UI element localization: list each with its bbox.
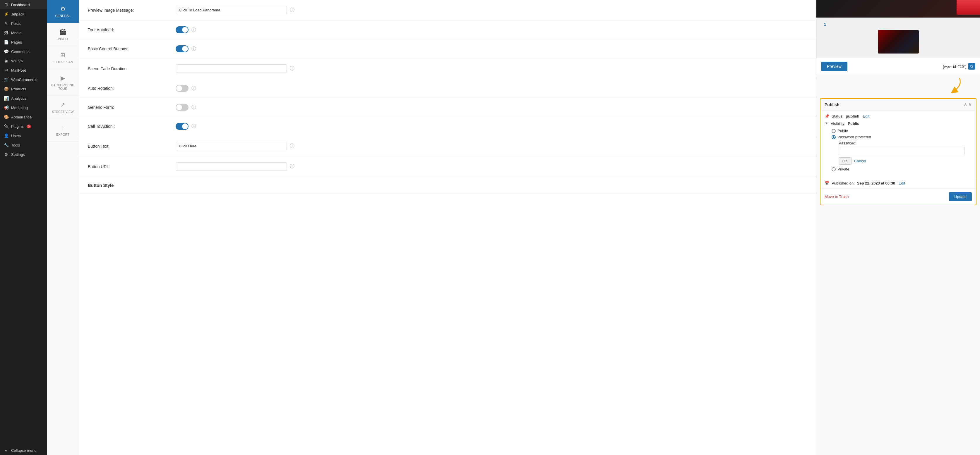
toggle-basic_control_buttons[interactable] xyxy=(176,45,189,52)
toggle-call_to_action[interactable] xyxy=(176,123,189,130)
publish-box: Publish ∧ ∨ 📌 Status: publish Edit 👁 Vis… xyxy=(820,98,977,205)
info-icon-generic_form[interactable]: ⓘ xyxy=(191,105,196,111)
status-edit-link[interactable]: Edit xyxy=(863,114,869,119)
radio-private xyxy=(832,167,836,171)
option-public[interactable]: Public xyxy=(832,128,972,133)
toggle-tour_autoload[interactable] xyxy=(176,26,189,33)
copy-shortcode-button[interactable]: ⧉ xyxy=(968,63,975,70)
sidebar-item-settings[interactable]: ⚙ Settings xyxy=(0,150,47,159)
sidebar-item-posts[interactable]: ✎ Posts xyxy=(0,19,47,28)
sub-tab-video[interactable]: 🎬 VIDEO xyxy=(47,23,79,46)
sidebar: ⊞ Dashboard ⚡ Jetpack ✎ Posts 🖼 Media 📄 … xyxy=(0,0,47,455)
video-tab-icon: 🎬 xyxy=(59,29,67,35)
field-label-preview_image_message: Preview Image Message: xyxy=(88,8,176,13)
publish-collapse-down-icon[interactable]: ∨ xyxy=(968,102,972,107)
input-button_text[interactable] xyxy=(176,142,287,150)
wp-vr-icon: ◉ xyxy=(3,59,9,63)
control-area-auto_rotation: ⓘ xyxy=(176,85,807,92)
ok-button[interactable]: OK xyxy=(838,157,852,165)
publish-footer: Move to Trash Update xyxy=(821,188,976,205)
sub-tab-background_tour[interactable]: ▶ BACKGROUND TOUR xyxy=(47,69,79,96)
sidebar-item-plugins[interactable]: 🔌 Plugins 5 xyxy=(0,122,47,131)
toggle-auto_rotation[interactable] xyxy=(176,85,189,92)
option-private[interactable]: Private xyxy=(832,167,972,171)
move-to-trash-link[interactable]: Move to Trash xyxy=(824,195,849,199)
sidebar-item-woocommerce[interactable]: 🛒 WooCommerce xyxy=(0,75,47,84)
info-icon-tour_autoload[interactable]: ⓘ xyxy=(191,27,196,33)
sidebar-item-products[interactable]: 📦 Products xyxy=(0,84,47,94)
sidebar-item-users[interactable]: 👤 Users xyxy=(0,131,47,140)
info-icon-button_text[interactable]: ⓘ xyxy=(290,143,294,149)
status-value: publish xyxy=(846,114,859,119)
form-section-tour_autoload: Tour Autoload: ⓘ xyxy=(79,21,816,40)
sidebar-label-jetpack: Jetpack xyxy=(11,12,24,16)
option-public-label: Public xyxy=(837,128,848,133)
appearance-icon: 🎨 xyxy=(3,115,9,119)
sub-tab-floor_plan[interactable]: ⊞ FLOOR PLAN xyxy=(47,46,79,69)
info-icon-call_to_action[interactable]: ⓘ xyxy=(191,124,196,130)
form-section-generic_form: Generic Form: ⓘ xyxy=(79,98,816,117)
publish-header-actions: ∧ ∨ xyxy=(964,102,972,107)
sidebar-item-appearance[interactable]: 🎨 Appearance xyxy=(0,112,47,122)
sidebar-item-dashboard[interactable]: ⊞ Dashboard xyxy=(0,0,47,10)
comments-icon: 💬 xyxy=(3,49,9,54)
dashboard-icon: ⊞ xyxy=(3,2,9,7)
badge-plugins: 5 xyxy=(27,125,31,128)
control-area-basic_control_buttons: ⓘ xyxy=(176,45,807,52)
sidebar-item-comments[interactable]: 💬 Comments xyxy=(0,47,47,56)
sidebar-item-marketing[interactable]: 📢 Marketing xyxy=(0,103,47,112)
sidebar-item-tools[interactable]: 🔧 Tools xyxy=(0,140,47,150)
field-label-button_url: Button URL: xyxy=(88,164,176,169)
collapse-icon: « xyxy=(3,448,9,453)
sidebar-item-wp-vr[interactable]: ◉ WP VR xyxy=(0,56,47,65)
sidebar-item-pages[interactable]: 📄 Pages xyxy=(0,37,47,47)
toggle-track-tour_autoload xyxy=(176,26,189,33)
option-password-protected[interactable]: Password protected xyxy=(832,135,972,139)
preview-button[interactable]: Preview xyxy=(821,62,847,71)
info-icon-auto_rotation[interactable]: ⓘ xyxy=(191,86,196,92)
form-section-button_style: Button Style xyxy=(79,177,816,194)
status-label: Status: xyxy=(832,114,843,119)
info-icon-basic_control_buttons[interactable]: ⓘ xyxy=(191,46,196,52)
pages-icon: 📄 xyxy=(3,40,9,44)
toggle-generic_form[interactable] xyxy=(176,104,189,111)
sidebar-item-mailpoet[interactable]: ✉ MailPoet xyxy=(0,65,47,75)
visibility-icon: 👁 xyxy=(824,121,828,126)
info-icon-scene_fade_duration[interactable]: ⓘ xyxy=(290,65,294,71)
option-password-protected-label: Password protected xyxy=(837,135,871,139)
password-input[interactable] xyxy=(838,147,965,155)
info-icon-button_url[interactable]: ⓘ xyxy=(290,163,294,170)
published-on-edit-link[interactable]: Edit xyxy=(899,181,905,185)
form-section-call_to_action: Call To Action : ⓘ xyxy=(79,117,816,136)
toggle-thumb-generic_form xyxy=(176,105,182,110)
input-button_url[interactable] xyxy=(176,162,287,171)
cancel-button[interactable]: Cancel xyxy=(854,157,866,165)
users-icon: 👤 xyxy=(3,133,9,138)
sub-tab-export[interactable]: ↑ EXPORT xyxy=(47,119,79,142)
curved-arrow-icon xyxy=(939,77,963,94)
field-label-scene_fade_duration: Scene Fade Duration: xyxy=(88,67,176,71)
info-icon-preview_image_message[interactable]: ⓘ xyxy=(290,7,294,13)
sub-tab-street_view[interactable]: ↗ STREET VIEW xyxy=(47,96,79,119)
update-button[interactable]: Update xyxy=(949,192,972,201)
calendar-icon: 📅 xyxy=(824,181,829,185)
input-preview_image_message[interactable] xyxy=(176,6,287,14)
red-accent-decor xyxy=(956,0,980,14)
sidebar-item-media[interactable]: 🖼 Media xyxy=(0,28,47,37)
sidebar-item-analytics[interactable]: 📊 Analytics xyxy=(0,94,47,103)
input-scene_fade_duration[interactable] xyxy=(176,64,287,73)
woocommerce-icon: 🛒 xyxy=(3,77,9,82)
status-icon: 📌 xyxy=(824,114,829,119)
mailpoet-icon: ✉ xyxy=(3,68,9,73)
main-content: Preview Image Message: ⓘ Tour Autoload: … xyxy=(79,0,816,455)
sub-tab-general[interactable]: ⚙ GENERAL xyxy=(47,0,79,23)
collapse-menu-item[interactable]: « Collapse menu xyxy=(0,445,47,455)
control-area-call_to_action: ⓘ xyxy=(176,123,807,130)
control-area-button_text: ⓘ xyxy=(176,142,807,150)
field-label-call_to_action: Call To Action : xyxy=(88,124,176,128)
visibility-value: Public xyxy=(848,121,859,126)
sidebar-item-jetpack[interactable]: ⚡ Jetpack xyxy=(0,10,47,19)
sidebar-label-comments: Comments xyxy=(11,49,30,54)
export-tab-label: EXPORT xyxy=(56,133,69,136)
publish-collapse-up-icon[interactable]: ∧ xyxy=(964,102,967,107)
